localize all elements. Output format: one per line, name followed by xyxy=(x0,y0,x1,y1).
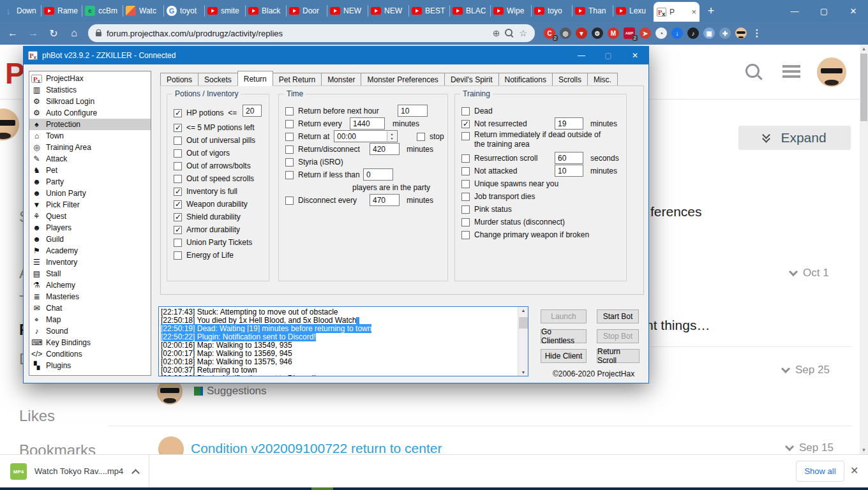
red-c-extension-icon[interactable]: C2 xyxy=(544,27,555,39)
maximize-icon[interactable]: ▢ xyxy=(809,0,839,22)
home-icon[interactable]: ⌂ xyxy=(68,27,80,39)
tab-close-icon[interactable]: × xyxy=(691,7,696,17)
browser-tab-toyot[interactable]: Gtoyot xyxy=(163,0,204,22)
browser-avatar[interactable] xyxy=(735,27,747,39)
url-text[interactable]: forum.projecthax.com/u/prodrugz/activity… xyxy=(107,29,488,38)
checked-checkbox[interactable] xyxy=(174,213,182,221)
search-icon[interactable] xyxy=(745,64,762,80)
sidebar-item-masteries[interactable]: ≣Masteries xyxy=(29,291,151,302)
sidebar-item-union-party[interactable]: ☻Union Party xyxy=(29,188,151,199)
browser-tab-new[interactable]: NEW xyxy=(368,0,408,22)
sidebar-item-quest[interactable]: ⚘Quest xyxy=(29,211,151,222)
browser-tab-door[interactable]: Door xyxy=(286,0,327,22)
sidebar-item-stall[interactable]: ▤Stall xyxy=(29,268,151,279)
unchecked-checkbox[interactable] xyxy=(174,149,182,158)
bookmark-star-icon[interactable]: ☆ xyxy=(519,28,527,38)
unchecked-checkbox[interactable] xyxy=(461,218,470,226)
phbot-tab-sockets[interactable]: Sockets xyxy=(198,73,238,85)
scrollbar-thumb[interactable] xyxy=(519,317,528,329)
browser-tab-p[interactable]: PxP× xyxy=(654,2,700,22)
sidebar-item-alchemy[interactable]: ⚗Alchemy xyxy=(29,279,151,291)
puzzle-extensions-icon[interactable]: ✚ xyxy=(719,27,731,39)
sidebar-item-pick-filter[interactable]: ▼Pick Filter xyxy=(29,199,151,211)
sidebar-item-plugins[interactable]: ▚Plugins xyxy=(29,360,151,371)
log-output[interactable]: [22:17:43] Stuck: Attempting to move out… xyxy=(158,306,528,376)
text-input[interactable]: 10 xyxy=(398,105,428,117)
minimize-icon[interactable]: — xyxy=(780,0,809,22)
unchecked-checkbox[interactable] xyxy=(461,167,470,175)
phbot-tab-return[interactable]: Return xyxy=(237,71,273,86)
scroll-down-icon[interactable]: ▼ xyxy=(518,370,528,375)
browser-tab-watc[interactable]: Watc xyxy=(123,0,163,22)
text-input[interactable]: 20 xyxy=(243,105,262,117)
browser-tab-black[interactable]: Black xyxy=(245,0,286,22)
unchecked-checkbox[interactable] xyxy=(174,239,182,247)
phbot-title-bar[interactable]: Px phBot v23.9.2 - ZZKILLER - Connected … xyxy=(24,47,648,64)
sidebar-item-attack[interactable]: ✎Attack xyxy=(29,153,151,165)
address-bar[interactable]: forum.projecthax.com/u/prodrugz/activity… xyxy=(88,24,535,42)
browser-tab-rame[interactable]: Rame xyxy=(41,0,82,22)
sidebar-item-auto-configure[interactable]: ⚙Auto Configure xyxy=(29,107,151,119)
show-all-button[interactable]: Show all xyxy=(796,461,844,482)
text-input[interactable]: 10 xyxy=(555,165,583,177)
unchecked-checkbox[interactable] xyxy=(285,171,294,179)
start-bot-button[interactable]: Start Bot xyxy=(597,309,639,323)
target-icon[interactable]: ⊕ xyxy=(493,28,500,38)
unchecked-checkbox[interactable] xyxy=(285,158,294,167)
checked-checkbox[interactable] xyxy=(461,120,470,128)
sidebar-item-statistics[interactable]: ▥Statistics xyxy=(29,84,151,96)
phbot-tab-potions[interactable]: Potions xyxy=(160,73,198,85)
text-input[interactable]: 420 xyxy=(370,143,400,155)
browser-tab-lexu[interactable]: Lexu xyxy=(613,0,654,22)
user-avatar[interactable] xyxy=(817,57,846,87)
phbot-tab-notifications[interactable]: Notifications xyxy=(498,73,553,85)
text-input[interactable]: 0 xyxy=(363,168,393,181)
unchecked-checkbox[interactable] xyxy=(285,145,294,154)
browser-tab-ccbm[interactable]: cccBm xyxy=(82,0,123,22)
sidebar-item-chat[interactable]: ✉Chat xyxy=(29,302,151,314)
sidebar-item-academy[interactable]: ⚑Academy xyxy=(29,245,151,256)
checked-checkbox[interactable] xyxy=(174,226,182,234)
video-download-extension-icon[interactable]: ↓ xyxy=(671,27,683,39)
shield-extension-icon[interactable]: ▼ xyxy=(576,27,587,39)
text-input[interactable]: 19 xyxy=(555,117,583,130)
browser-tab-toyo[interactable]: toyo xyxy=(531,0,572,22)
unchecked-checkbox[interactable] xyxy=(461,132,470,140)
spinner-arrows-icon[interactable] xyxy=(387,131,396,141)
phbot-tab-monster-preferences[interactable]: Monster Preferences xyxy=(361,73,444,85)
log-scrollbar[interactable]: ▲ ▼ xyxy=(518,307,528,376)
sidebar-item-conditions[interactable]: </>Conditions xyxy=(29,348,151,360)
sidebar-item-inventory[interactable]: ☰Inventory xyxy=(29,256,151,268)
phbot-tab-misc[interactable]: Misc. xyxy=(587,73,618,85)
hamburger-menu-icon[interactable] xyxy=(782,65,800,68)
unchecked-checkbox[interactable] xyxy=(461,231,470,239)
unchecked-checkbox[interactable] xyxy=(461,107,470,115)
unchecked-checkbox[interactable] xyxy=(285,120,294,128)
unchecked-checkbox[interactable] xyxy=(461,205,470,214)
date-oct1[interactable]: Oct 1 xyxy=(790,267,829,279)
return-scroll-button[interactable]: Return Scroll xyxy=(597,349,640,363)
unchecked-checkbox[interactable] xyxy=(174,137,182,145)
unchecked-checkbox[interactable] xyxy=(461,180,470,188)
minimize-icon[interactable]: — xyxy=(568,47,595,64)
unchecked-checkbox[interactable] xyxy=(461,154,470,163)
go-clientless-button[interactable]: Go Clientless xyxy=(541,329,587,343)
pin-extension-icon[interactable]: ➤ xyxy=(640,27,651,39)
browser-tab-new[interactable]: NEW xyxy=(327,0,368,22)
reload-icon[interactable]: ↻ xyxy=(47,27,60,40)
back-icon[interactable]: ← xyxy=(6,27,19,39)
sidebar-item-map[interactable]: ⌖Map xyxy=(29,314,151,325)
page-scrollbar[interactable]: ▲ ▼ xyxy=(860,45,868,454)
sidebar-item-players[interactable]: ☻Players xyxy=(29,222,151,234)
text-input[interactable]: 470 xyxy=(370,194,400,206)
checked-checkbox[interactable] xyxy=(174,188,182,196)
kebab-menu-icon[interactable]: ⋮ xyxy=(751,27,763,39)
checked-checkbox[interactable] xyxy=(174,109,182,117)
abp-extension-icon[interactable]: ABP2 xyxy=(624,27,635,39)
phbot-tab-devil-s-spirit[interactable]: Devil's Spirit xyxy=(444,73,499,85)
unchecked-checkbox[interactable] xyxy=(461,193,470,201)
phbot-tab-monster[interactable]: Monster xyxy=(321,73,361,85)
scroll-up-icon[interactable]: ▲ xyxy=(518,308,528,313)
screenshot-extension-icon[interactable]: ▣ xyxy=(703,27,715,39)
browser-tab-than[interactable]: Than xyxy=(572,0,613,22)
